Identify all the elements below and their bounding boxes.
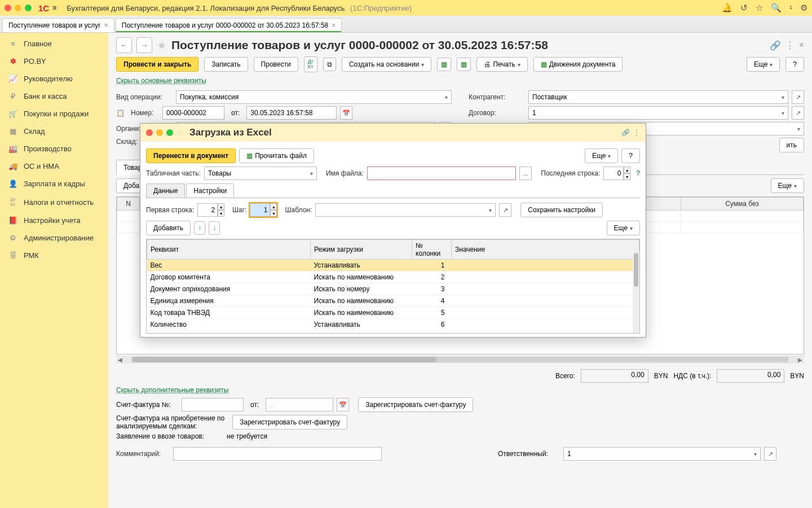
operation-select[interactable]: Покупка, комиссия [176, 90, 452, 104]
print-button[interactable]: 🖨 Печать [476, 57, 527, 72]
template-select[interactable] [315, 203, 496, 217]
window-close[interactable] [5, 5, 11, 11]
move-down-button[interactable]: ↓ [209, 221, 220, 235]
number-input[interactable]: 0000-000002 [162, 106, 224, 120]
close-icon[interactable]: × [332, 21, 336, 29]
save-settings-button[interactable]: Сохранить настройки [520, 203, 603, 217]
vertical-scrollbar[interactable] [633, 252, 639, 333]
move-up-button[interactable]: ↑ [194, 221, 205, 235]
hide-add-link[interactable]: Скрыть дополнительные реквизиты [116, 386, 228, 394]
modal-help-button[interactable]: ? [621, 148, 640, 163]
sidebar-item-production[interactable]: 🏭Производство [0, 140, 108, 157]
invoice-date-input[interactable]: . . [266, 398, 333, 411]
invoice-num-input[interactable] [182, 398, 244, 411]
comment-input[interactable] [173, 447, 382, 461]
sidebar-item-admin[interactable]: ⚙Администрирование [0, 229, 108, 247]
tab-list[interactable]: Поступление товаров и услуг × [2, 18, 114, 32]
modal-close[interactable] [146, 129, 153, 136]
modal-star-icon[interactable]: ☆ [176, 129, 183, 137]
col-attr: Реквизит [147, 240, 311, 260]
col-mode: Режим загрузки [311, 240, 412, 260]
excel-export-button[interactable]: ▦ [437, 58, 451, 71]
expand-button[interactable]: ить [779, 138, 804, 152]
step-spinner[interactable]: ▲▼ [250, 203, 277, 217]
contract-select[interactable]: 1 [528, 106, 788, 120]
table-more-button[interactable]: Еще [771, 178, 804, 193]
horizontal-scrollbar[interactable]: ◀▶ [116, 356, 804, 364]
dtkt-button[interactable]: ДтКт [304, 56, 317, 72]
close-icon[interactable]: × [104, 21, 108, 29]
star-icon[interactable]: ☆ [756, 3, 763, 13]
kebab-icon[interactable]: ⋮ [785, 40, 795, 51]
sidebar-item-bank[interactable]: ₽Банк и касса [0, 87, 108, 105]
transfer-button[interactable]: Перенести в документ [146, 148, 236, 163]
modal-more-button[interactable]: Еще [585, 148, 618, 163]
sidebar-item-manager[interactable]: 📈Руководителю [0, 70, 108, 87]
sidebar-item-salary[interactable]: 👤Зарплата и кадры [0, 175, 108, 192]
favorite-star-icon[interactable]: ★ [157, 38, 167, 52]
open-icon[interactable]: ↗ [764, 447, 776, 461]
more-button[interactable]: Еще [747, 57, 780, 72]
settings-grid[interactable]: Реквизит Режим загрузки № колонки Значен… [146, 239, 640, 334]
post-button[interactable]: Провести [254, 57, 298, 72]
sidebar-item-tax[interactable]: ДтКтНалоги и отчетность [0, 192, 108, 212]
contractor-select[interactable]: Поставщик [528, 90, 788, 104]
sidebar-item-stock[interactable]: ▦Склад [0, 122, 108, 140]
open-icon[interactable]: ↗ [792, 106, 804, 120]
date-input[interactable]: 30.05.2023 16:57:58 [246, 106, 337, 120]
invoice-from-label: от: [250, 401, 259, 409]
register-invoice2-button[interactable]: Зарегистрировать счет-фактуру [232, 415, 347, 430]
help-icon[interactable]: ? [636, 169, 640, 177]
sidebar-item-buy-sell[interactable]: 🛒Покупки и продажи [0, 105, 108, 122]
modal-max[interactable] [166, 129, 173, 136]
settings-icon[interactable]: ⚙ [800, 3, 807, 13]
register-invoice-button[interactable]: Зарегистрировать счет-фактуру [358, 397, 473, 412]
open-icon[interactable]: ↗ [792, 90, 804, 104]
sidebar-item-account-settings[interactable]: 📕Настройки учета [0, 212, 108, 229]
excel-import-button[interactable]: ▦ [457, 58, 471, 71]
browse-button[interactable]: ... [519, 167, 532, 180]
modal-tab-settings[interactable]: Настройки [186, 183, 234, 198]
window-max[interactable] [25, 5, 32, 11]
help-button[interactable]: ? [785, 57, 804, 72]
sidebar-item-poby[interactable]: ✽PO.BY [0, 52, 108, 70]
dtkt-icon: ДтКт [8, 197, 18, 207]
invoice-num-label: Счет-фактура №: [116, 401, 178, 409]
tab-document[interactable]: Поступление товаров и услуг 0000-000002 … [116, 18, 342, 32]
filename-input[interactable] [367, 167, 516, 180]
open-icon[interactable]: ↗ [499, 203, 511, 217]
sidebar-item-rmk[interactable]: 🗄РМК [0, 247, 108, 264]
structure-button[interactable]: ⧉ [323, 58, 336, 71]
first-row-spinner[interactable]: ▲▼ [197, 203, 224, 217]
grid-more-button[interactable]: Еще [607, 221, 640, 235]
write-button[interactable]: Записать [204, 57, 248, 72]
last-row-spinner[interactable]: ▲▼ [603, 167, 630, 180]
sidebar-item-assets[interactable]: 🚚ОС и НМА [0, 157, 108, 175]
history-icon[interactable]: ↺ [740, 3, 748, 13]
hide-main-link[interactable]: Скрыть основные реквизиты [116, 77, 804, 85]
search-icon[interactable]: 🔍 [771, 3, 782, 13]
sidebar-item-main[interactable]: ≡Главное [0, 35, 108, 52]
calendar-icon[interactable]: 📅 [337, 398, 349, 411]
nav-forward[interactable]: → [136, 37, 152, 53]
link-icon[interactable]: 🔗 [770, 40, 781, 51]
read-file-button[interactable]: ▦ Прочитать файл [239, 148, 314, 163]
number-icon[interactable]: 📋 [116, 109, 127, 117]
table-part-select[interactable]: Товары [204, 167, 317, 180]
calendar-icon[interactable]: 📅 [340, 106, 352, 120]
responsible-select[interactable]: 1 [563, 447, 761, 461]
window-min[interactable] [15, 5, 21, 11]
create-from-button[interactable]: Создать на основании [342, 57, 432, 72]
close-page-icon[interactable]: × [799, 40, 804, 50]
link-icon[interactable]: 🔗 [621, 129, 630, 137]
movements-button[interactable]: ▦ Движения документа [533, 57, 623, 72]
bell-icon[interactable]: 🔔 [722, 3, 732, 13]
modal-min[interactable] [156, 129, 163, 136]
kebab-icon[interactable]: ⋮ [633, 129, 640, 137]
user-indicator[interactable]: ¹ [789, 3, 792, 13]
post-close-button[interactable]: Провести и закрыть [116, 57, 198, 72]
hamburger-icon[interactable]: ≡ [52, 4, 56, 12]
nav-back[interactable]: ← [116, 37, 132, 53]
add-attr-button[interactable]: Добавить [146, 221, 191, 235]
modal-tab-data[interactable]: Данные [146, 183, 185, 198]
